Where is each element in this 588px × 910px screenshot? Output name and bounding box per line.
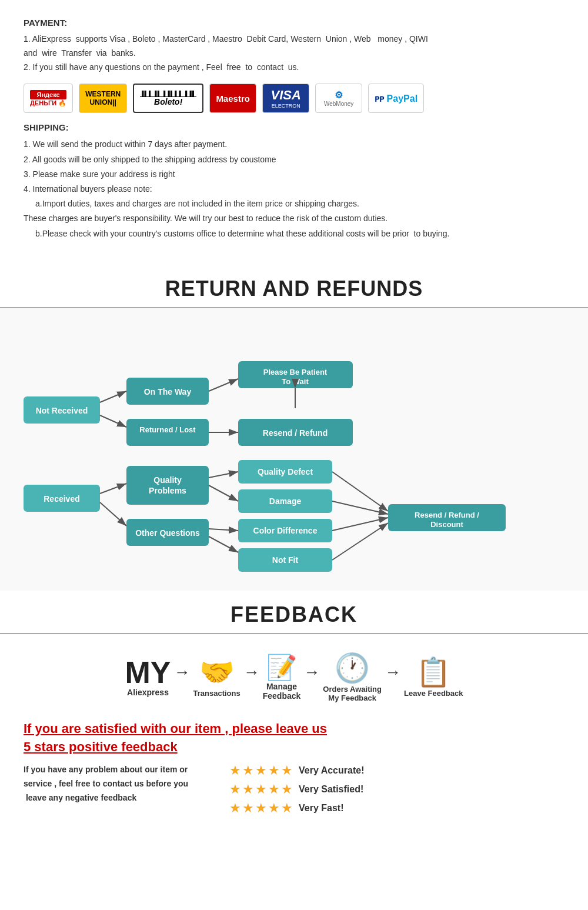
svg-text:Discount: Discount (430, 520, 463, 529)
paypal-logo: ᴘᴘ PayPal (368, 84, 424, 113)
feedback-flow: MY Aliexpress → 🤝 Transactions → 📝 Manag… (0, 634, 588, 714)
leave-feedback-label: Leave Feedback (404, 689, 463, 698)
resend-refund-label: Resend / Refund (263, 428, 328, 438)
orders-awaiting-label: Orders AwaitingMy Feedback (323, 685, 382, 702)
leave-feedback-icon: 📋 (416, 656, 451, 689)
flow-manage-feedback: 📝 ManageFeedback (263, 653, 301, 701)
on-the-way-label: On The Way (144, 387, 192, 396)
quality-problems-label: Quality (153, 475, 182, 485)
svg-line-25 (209, 529, 238, 531)
flow-orders-awaiting: 🕐 Orders AwaitingMy Feedback (323, 652, 382, 702)
flow-transactions: 🤝 Transactions (193, 656, 240, 698)
svg-line-17 (100, 391, 126, 402)
payment-title: PAYMENT: (24, 18, 564, 28)
arrow-2: → (243, 663, 260, 682)
star-row-2: ★★★★★ Very Satisfied! (229, 782, 564, 797)
arrow-3: → (303, 663, 320, 682)
color-difference-label: Color Difference (253, 526, 318, 535)
satisfaction-section: If you are satisfied with our item , ple… (0, 714, 588, 838)
maestro-logo: Maestro (209, 84, 256, 113)
svg-line-20 (100, 502, 126, 526)
arrow-1: → (174, 663, 191, 682)
satisfaction-stars: ★★★★★ Very Accurate! ★★★★★ Very Satisfie… (229, 763, 564, 819)
svg-rect-5 (126, 466, 209, 505)
other-questions-label: Other Questions (135, 528, 200, 538)
resend-refund-discount-label: Resend / Refund / (415, 511, 479, 519)
svg-line-18 (100, 415, 126, 427)
svg-line-23 (209, 472, 238, 478)
payment-section: PAYMENT: 1. AliExpress supports Visa , B… (24, 18, 564, 113)
svg-text:To Wait: To Wait (282, 377, 309, 386)
quality-defect-label: Quality Defect (258, 467, 313, 476)
svg-line-26 (209, 536, 238, 552)
return-refunds-title: RETURN AND REFUNDS (0, 276, 588, 301)
arrow-4: → (385, 663, 401, 682)
flow-leave-feedback: 📋 Leave Feedback (404, 656, 463, 698)
aliexpress-label: Aliexpress (127, 688, 169, 697)
yandex-logo: Яндекс ДЕНЬГИ 🔥 (24, 84, 73, 113)
svg-text:Problems: Problems (149, 486, 186, 495)
stars-3: ★★★★★ (229, 801, 294, 816)
transactions-label: Transactions (193, 689, 240, 698)
star-row-3: ★★★★★ Very Fast! (229, 801, 564, 816)
star-label-1: Very Accurate! (299, 765, 364, 776)
boleto-logo: ▐▌▌▐▌▐▐▌▌▌▐▐▌ Boleto! (133, 84, 203, 113)
please-be-patient-label: Please Be Patient (263, 368, 328, 376)
webmoney-logo: ⚙ WebMoney (315, 84, 362, 113)
received-label: Received (44, 494, 79, 504)
payment-logos: Яндекс ДЕНЬГИ 🔥 WESTERNUNION|| ▐▌▌▐▌▐▐▌▌… (24, 84, 564, 113)
flow-diagram: Not Received Received On The Way Returne… (18, 326, 570, 573)
manage-feedback-icon: 📝 (266, 653, 297, 682)
satisfaction-left-text: If you have any problem about our item o… (24, 763, 212, 805)
star-label-3: Very Fast! (299, 803, 343, 814)
diagram-area: Not Received Received On The Way Returne… (0, 308, 588, 591)
stars-2: ★★★★★ (229, 782, 294, 797)
visa-logo: VISA ELECTRON (262, 84, 309, 113)
orders-awaiting-icon: 🕐 (335, 652, 370, 685)
returned-lost-label: Returned / Lost (139, 425, 196, 434)
stars-1: ★★★★★ (229, 763, 294, 778)
return-refunds-section: RETURN AND REFUNDS Not Received Received… (0, 276, 588, 591)
shipping-title: SHIPPING: (24, 122, 564, 132)
satisfaction-title: If you are satisfied with our item , ple… (24, 720, 564, 756)
svg-line-21 (209, 379, 238, 391)
star-label-2: Very Satisfied! (299, 784, 363, 795)
svg-line-24 (209, 485, 238, 501)
svg-line-29 (332, 501, 388, 514)
manage-feedback-label: ManageFeedback (263, 682, 301, 701)
transactions-icon: 🤝 (199, 656, 235, 689)
flow-my-aliexpress: MY Aliexpress (125, 657, 171, 697)
my-text: MY (125, 657, 171, 688)
svg-line-28 (332, 472, 388, 511)
western-union-logo: WESTERNUNION|| (79, 84, 127, 113)
payment-text: 1. AliExpress supports Visa , Boleto , M… (24, 32, 564, 74)
shipping-section: SHIPPING: 1. We will send the product wi… (24, 122, 564, 241)
damage-label: Damage (269, 496, 302, 506)
not-received-label: Not Received (36, 406, 88, 415)
svg-line-19 (100, 484, 126, 494)
feedback-section: FEEDBACK MY Aliexpress → 🤝 Transactions … (0, 602, 588, 838)
satisfaction-body: If you have any problem about our item o… (24, 763, 564, 819)
feedback-title: FEEDBACK (0, 602, 588, 627)
not-fit-label: Not Fit (272, 555, 299, 565)
star-row-1: ★★★★★ Very Accurate! (229, 763, 564, 778)
